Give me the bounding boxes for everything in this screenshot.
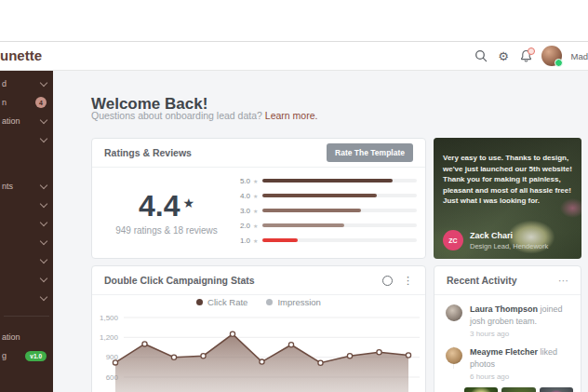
activity-card-title: Recent Activity	[447, 275, 516, 286]
main-content: Welcome Back! Questions about onboarding…	[53, 71, 588, 392]
legend-item[interactable]: Click Rate	[196, 297, 247, 307]
brand-logo[interactable]: unette	[0, 47, 42, 63]
activity-feed: Laura Thompson joined josh groben team. …	[434, 295, 581, 392]
testimonial-quote: Very easy to use. Thanks to design, we'v…	[443, 153, 575, 207]
star-icon: ★	[253, 223, 258, 229]
rating-summary: 949 ratings & 18 reviews	[115, 225, 218, 236]
page-subtitle: Questions about onboarding lead data? Le…	[91, 110, 317, 121]
rating-bar-row: 1.0★	[237, 233, 417, 248]
lily-pads-photo[interactable]	[501, 387, 535, 392]
sidebar-item[interactable]: nts	[0, 177, 53, 196]
chevron-down-icon	[40, 274, 47, 281]
activity-timestamp: 6 hours ago	[470, 372, 573, 381]
rating-score-row: 4.4★	[139, 191, 194, 221]
star-icon: ★	[253, 237, 258, 244]
chevron-down-icon	[40, 292, 47, 300]
testimonial-author: ZC Zack Chari Design Lead, Hendework	[443, 230, 548, 250]
online-status-dot	[555, 59, 563, 67]
app-root: unette ⚙ Mad dn4ationntsationgv1.0 Welco…	[0, 0, 588, 392]
user-avatar[interactable]	[541, 46, 562, 66]
learn-more-link[interactable]: Learn more.	[265, 110, 318, 121]
recent-activity-card: Recent Activity ⋯ Laura Thompson joined …	[434, 265, 581, 392]
laura-avatar[interactable]	[446, 304, 462, 321]
activity-user-name[interactable]: Laura Thompson	[470, 304, 538, 314]
rating-bar-track	[262, 209, 417, 212]
legend-item[interactable]: Impression	[266, 297, 320, 307]
sidebar-item-label: ation	[2, 332, 20, 342]
author-block: Zack Chari Design Lead, Hendework	[470, 231, 548, 250]
star-icon: ★	[253, 193, 258, 199]
rating-bar-track	[262, 194, 417, 197]
sidebar-item[interactable]: ation	[0, 112, 53, 130]
sidebar-item-label: ation	[2, 116, 20, 126]
chart-legend: Click RateImpression	[92, 297, 425, 307]
sidebar-spacer	[0, 149, 53, 177]
sidebar-item[interactable]: d	[0, 74, 53, 93]
activity-item: Meayme Fletcher liked photos 6 hours ago	[434, 338, 581, 392]
kebab-menu-icon[interactable]: ⋮	[403, 276, 413, 286]
sidebar-item[interactable]: n4	[0, 93, 53, 112]
chevron-down-icon	[40, 181, 47, 188]
sidebar-item[interactable]	[0, 214, 53, 233]
sidebar-item[interactable]: ation	[0, 328, 53, 346]
meayme-avatar[interactable]	[446, 347, 462, 364]
pink-lily-photo[interactable]	[540, 387, 573, 392]
testimonial-card: Very easy to use. Thanks to design, we'v…	[434, 138, 581, 259]
rating-bar-label: 5.0	[237, 177, 250, 185]
rating-bar-track	[262, 238, 417, 242]
sidebar: dn4ationntsationgv1.0	[0, 71, 53, 392]
activity-text: Laura Thompson joined josh groben team.	[470, 304, 573, 327]
rating-bar-fill	[262, 238, 298, 242]
star-icon: ★	[182, 196, 194, 210]
sidebar-item[interactable]	[0, 289, 53, 307]
chevron-down-icon	[40, 255, 47, 263]
rating-bar-track	[262, 223, 417, 227]
count-badge: 4	[35, 97, 47, 108]
header-actions: ⚙ Mad	[474, 42, 588, 70]
chart-card-title: Double Click Campaigning Stats	[104, 275, 255, 286]
settings-gear-icon[interactable]: ⚙	[497, 49, 511, 63]
notification-dot	[528, 47, 535, 55]
campaign-stats-card: Double Click Campaigning Stats ⋮ Click R…	[91, 265, 426, 392]
activity-user-name[interactable]: Meayme Fletcher	[470, 347, 538, 357]
rating-bar-fill	[262, 223, 344, 227]
sidebar-item-label: nts	[2, 182, 13, 191]
author-name: Zack Chari	[470, 231, 548, 240]
chevron-down-icon	[40, 199, 47, 207]
activity-item: Laura Thompson joined josh groben team. …	[434, 295, 581, 338]
chevron-down-icon	[40, 134, 47, 142]
sidebar-item[interactable]: gv1.0	[0, 346, 53, 365]
chart-card-header: Double Click Campaigning Stats ⋮	[92, 266, 425, 295]
rating-bar-label: 3.0	[237, 207, 250, 215]
star-icon: ★	[253, 178, 258, 184]
sidebar-item[interactable]	[0, 233, 53, 251]
search-icon[interactable]	[474, 49, 488, 63]
activity-timestamp: 3 hours ago	[470, 330, 573, 338]
notifications-bell-icon[interactable]	[519, 49, 533, 63]
activity-card-header: Recent Activity ⋯	[434, 266, 581, 295]
sidebar-item[interactable]	[0, 196, 53, 214]
legend-dot	[196, 299, 203, 305]
star-icon: ★	[253, 208, 258, 214]
ratings-card-header: Ratings & Reviews Rate The Template	[92, 139, 425, 168]
white-lily-photo[interactable]	[464, 387, 498, 392]
user-name[interactable]: Mad	[571, 51, 588, 61]
chevron-down-icon	[40, 78, 47, 86]
sidebar-item[interactable]	[0, 270, 53, 289]
sidebar-item-label: d	[2, 79, 7, 88]
ratings-reviews-card: Ratings & Reviews Rate The Template 4.4★…	[91, 138, 426, 259]
rating-bar-track	[262, 179, 417, 182]
chevron-down-icon	[40, 237, 47, 244]
sidebar-divider	[4, 316, 49, 317]
legend-dot	[266, 299, 273, 305]
version-badge: v1.0	[25, 351, 47, 361]
ellipsis-menu-icon[interactable]: ⋯	[558, 276, 568, 286]
rating-score: 4.4	[139, 189, 180, 223]
circle-status-icon[interactable]	[382, 276, 393, 286]
app-header: unette ⚙ Mad	[0, 42, 588, 71]
sidebar-item[interactable]	[0, 251, 53, 270]
sidebar-item[interactable]	[0, 130, 53, 149]
rate-template-button[interactable]: Rate The Template	[327, 143, 413, 162]
chevron-down-icon	[40, 115, 47, 123]
y-axis-tick: 1,500	[100, 314, 119, 322]
